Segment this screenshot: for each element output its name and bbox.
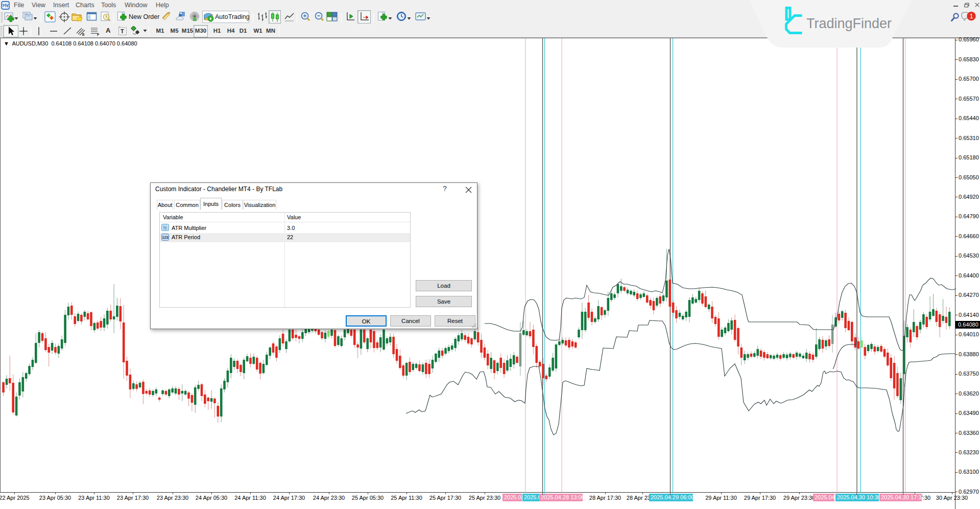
svg-text:123: 123 (162, 235, 169, 240)
svg-text:F: F (97, 33, 100, 36)
svg-text:½: ½ (163, 225, 167, 230)
svg-text:T: T (121, 28, 124, 34)
svg-text:E: E (82, 33, 85, 36)
svg-text:1: 1 (969, 12, 973, 20)
